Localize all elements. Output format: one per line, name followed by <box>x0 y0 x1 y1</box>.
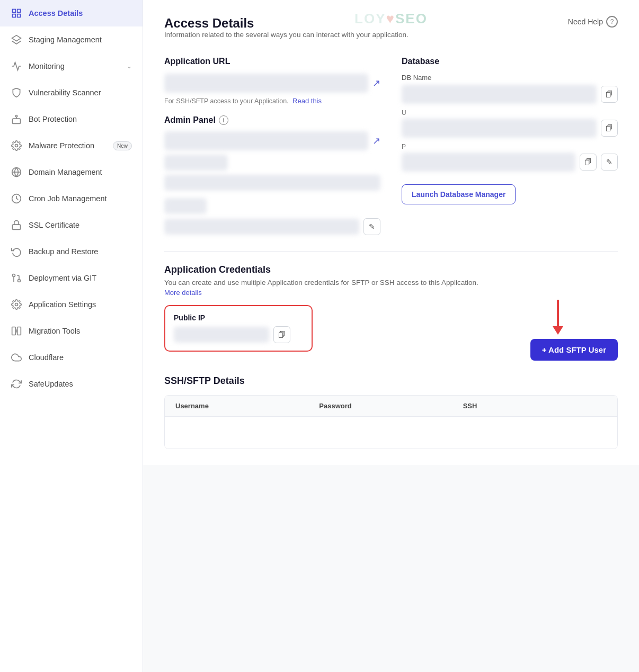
svg-rect-0 <box>13 10 16 13</box>
more-details-link[interactable]: More details <box>164 289 618 297</box>
public-ip-field: 🗍 <box>174 326 303 343</box>
admin-url-value <box>164 131 368 150</box>
table-body <box>165 417 617 449</box>
db-pass-label: P <box>402 143 618 150</box>
sidebar-item-cron-job-management[interactable]: Cron Job Management <box>0 185 143 212</box>
chevron-monitoring: ⌄ <box>127 62 132 70</box>
sidebar-item-staging-management[interactable]: Staging Management <box>0 26 143 53</box>
db-user-value <box>402 119 597 138</box>
bot-icon <box>11 113 22 125</box>
page-subtitle: Information related to the several ways … <box>164 31 409 39</box>
db-title: Database <box>402 57 618 66</box>
sidebar-label-cloudflare: Cloudflare <box>29 353 132 362</box>
sidebar-item-domain-management[interactable]: Domain Management <box>0 159 143 185</box>
table-header-ssh: SSH <box>463 402 607 410</box>
svg-rect-2 <box>13 14 16 17</box>
admin-fields: ↗ ✎ <box>164 131 380 235</box>
sidebar-item-ssl-certificate[interactable]: SSL Certificate <box>0 212 143 238</box>
ssh-title: SSH/SFTP Details <box>164 375 245 387</box>
svg-rect-1 <box>17 10 21 13</box>
app-url-value <box>164 74 368 93</box>
sidebar-label-vulnerability-scanner: Vulnerability Scanner <box>29 88 132 97</box>
clock-alt-icon <box>11 193 22 204</box>
grid-icon <box>11 7 22 19</box>
sidebar-item-malware-protection[interactable]: Malware Protection New <box>0 132 143 159</box>
red-arrow <box>553 300 563 335</box>
need-help-button[interactable]: Need Help ? <box>568 16 618 28</box>
migrate-icon <box>11 325 22 337</box>
db-pass-copy-icon[interactable]: 🗍 <box>580 154 597 171</box>
for-ssh-text: For SSH/SFTP access to your Application.… <box>164 97 380 105</box>
sidebar-label-bot-protection: Bot Protection <box>29 115 132 123</box>
sidebar-item-migration-tools[interactable]: Migration Tools <box>0 318 143 344</box>
two-col-section: Application URL ↗ For SSH/SFTP access to… <box>164 57 618 235</box>
sidebar-item-backup-restore[interactable]: Backup and Restore <box>0 238 143 265</box>
sidebar-item-vulnerability-scanner[interactable]: Vulnerability Scanner <box>0 79 143 106</box>
sidebar-label-monitoring: Monitoring <box>29 62 120 70</box>
admin-value-2 <box>164 175 380 191</box>
public-ip-label: Public IP <box>174 313 303 322</box>
sidebar-item-safeupdates[interactable]: SafeUpdates <box>0 371 143 397</box>
read-this-link[interactable]: Read this <box>292 97 322 105</box>
admin-url-row: ↗ <box>164 131 380 150</box>
globe-icon <box>11 166 22 178</box>
sidebar-label-application-settings: Application Settings <box>29 300 132 309</box>
page-header: Access Details Information related to th… <box>164 16 618 53</box>
db-pass-field-row: 🗍 ✎ <box>402 153 618 172</box>
admin-edit-icon[interactable]: ✎ <box>363 218 380 235</box>
admin-info-icon[interactable]: i <box>219 115 228 125</box>
svg-point-6 <box>15 115 17 117</box>
db-name-value <box>402 85 597 104</box>
shield-icon <box>11 87 22 98</box>
arrow-head <box>553 326 563 335</box>
col-left: Application URL ↗ For SSH/SFTP access to… <box>164 57 380 235</box>
table-header-password: Password <box>319 402 463 410</box>
admin-field-row-2 <box>164 175 380 191</box>
admin-label-blurred-3 <box>164 198 207 214</box>
db-pass-edit-icon[interactable]: ✎ <box>601 154 618 171</box>
admin-value-3 <box>164 219 359 235</box>
launch-db-button[interactable]: Launch Database Manager <box>402 184 516 204</box>
svg-marker-4 <box>12 35 21 41</box>
lock-icon <box>11 219 22 231</box>
db-name-copy-icon[interactable]: 🗍 <box>601 86 618 103</box>
external-link-icon[interactable]: ↗ <box>372 77 380 89</box>
app-credentials-section: Application Credentials You can create a… <box>164 264 618 361</box>
sidebar-item-deployment-git[interactable]: Deployment via GIT <box>0 265 143 291</box>
public-ip-box: Public IP 🗍 <box>164 305 313 352</box>
ssh-section-header: SSH/SFTP Details <box>164 375 618 387</box>
gear-shield-icon <box>11 140 22 151</box>
sidebar-label-backup-restore: Backup and Restore <box>29 247 132 256</box>
page-title: Access Details <box>164 16 409 31</box>
sidebar-item-cloudflare[interactable]: Cloudflare <box>0 344 143 371</box>
admin-panel-section: Admin Panel i ↗ <box>164 115 380 235</box>
col-right: Database DB Name 🗍 U 🗍 P 🗍 ✎ <box>402 57 618 235</box>
add-sftp-button[interactable]: + Add SFTP User <box>530 339 618 361</box>
db-user-copy-icon[interactable]: 🗍 <box>601 120 618 137</box>
admin-external-icon[interactable]: ↗ <box>372 135 380 147</box>
svg-rect-5 <box>13 119 21 123</box>
cloud-icon <box>11 352 22 363</box>
svg-point-14 <box>18 280 21 282</box>
admin-field-row-3: ✎ <box>164 218 380 235</box>
refresh-icon <box>11 378 22 390</box>
sidebar-label-staging-management: Staging Management <box>29 35 132 44</box>
app-creds-title: Application Credentials <box>164 264 618 275</box>
svg-rect-18 <box>12 327 16 335</box>
ssh-table: Username Password SSH <box>164 395 618 449</box>
sidebar-item-access-details[interactable]: Access Details <box>0 0 143 26</box>
sidebar-label-access-details: Access Details <box>29 9 132 17</box>
public-ip-and-arrow: Public IP 🗍 + Add SFTP User <box>164 305 618 361</box>
help-icon: ? <box>606 16 618 28</box>
sidebar-item-application-settings[interactable]: Application Settings <box>0 291 143 318</box>
badge-new-malware-protection: New <box>113 141 132 150</box>
db-user-field-row: 🗍 <box>402 119 618 138</box>
db-name-label: DB Name <box>402 74 618 82</box>
db-name-field-row: 🗍 <box>402 85 618 104</box>
sidebar-item-bot-protection[interactable]: Bot Protection <box>0 106 143 132</box>
restore-icon <box>11 246 22 257</box>
sidebar-label-ssl-certificate: SSL Certificate <box>29 221 132 229</box>
need-help-label: Need Help <box>568 17 603 26</box>
public-ip-copy-icon[interactable]: 🗍 <box>273 326 290 343</box>
sidebar-item-monitoring[interactable]: Monitoring ⌄ <box>0 53 143 79</box>
